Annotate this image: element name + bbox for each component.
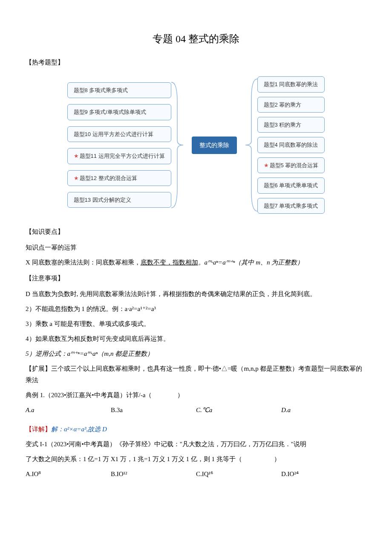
note-1: D 当底数为负数时, 先用同底数幂乘法法则计算，再根据指数的奇偶来确定结果的正负… bbox=[26, 288, 366, 300]
hot-types-label: 【热考题型】 bbox=[26, 57, 366, 68]
extend-label: 【扩展】 bbox=[26, 365, 51, 372]
page-title: 专题 04 整式的乘除 bbox=[26, 30, 366, 48]
opt-d: D.a bbox=[281, 404, 366, 416]
diagram-node: 题型10 运用平方差公式进行计算 bbox=[67, 126, 171, 142]
bracket-left bbox=[171, 73, 183, 218]
example1-stem: 典例 1.（2023•浙江嘉兴•中考真题）计算/-a（ ） bbox=[26, 389, 366, 401]
bracket-right bbox=[245, 73, 257, 218]
diagram-node-label: 题型1 同底数幂的乘法 bbox=[264, 81, 318, 87]
diagram-node: 题型3 积的乘方 bbox=[257, 117, 325, 133]
extend-block: 【扩展】三个或三个以上同底数幂相乘时，也具有这一性质，即十·德•△=暖（m,n,… bbox=[26, 363, 366, 386]
note-3: 3）乘数 a 可能是有理数、单项式或多项式。 bbox=[26, 318, 366, 330]
diagram-node: 题型1 同底数幂的乘法 bbox=[257, 76, 325, 92]
note-5: 5）逆用公式：aᵐ⁺ⁿ=aᵐ·aⁿ（m,n 都是正整数） bbox=[26, 348, 366, 360]
key-points-label: 【知识要点】 bbox=[26, 226, 366, 238]
rule1-pre: X 同底数塞的乘法法则：同底数幂相乘， bbox=[26, 259, 141, 266]
diagram-node-label: 题型8 多项式乘多项式 bbox=[74, 87, 128, 93]
star-icon: ★ bbox=[74, 153, 79, 159]
detail-line: 【详解】解：α²×α=a³,故选 D bbox=[26, 424, 366, 435]
example2-stem-b: 了大数之间的关系：1 亿=1 万 X1 万，1 兆=1 万义 1 万义 1 亿，… bbox=[26, 453, 366, 465]
diagram-node: 题型8 多项式乘多项式 bbox=[67, 82, 171, 98]
note-2: 2）不能疏忽指数为 1 的情况。例：a·a²=a¹⁺²=a³ bbox=[26, 303, 366, 315]
opt-a: A.a bbox=[26, 404, 111, 416]
rule1-u1: 底数不变， bbox=[141, 259, 173, 266]
note-4: 4）如果底数互为相反数时可先变成同底后再运算。 bbox=[26, 333, 366, 345]
diagram-node: 题型4 同底数幂的除法 bbox=[257, 137, 325, 153]
mindmap-diagram: 题型8 多项式乘多项式题型9 多项式/单项式除单项式题型10 运用平方差公式进行… bbox=[26, 73, 366, 218]
rule-1: X 同底数塞的乘法法则：同底数幂相乘，底数不变，指数相加。aᵐ·aⁿ=aᵐ⁺ⁿ（… bbox=[26, 257, 366, 268]
diagram-node-label: 题型12 整式的混合运算 bbox=[80, 175, 137, 181]
example1-options: A.a B.3a C.℃a D.a bbox=[26, 404, 366, 416]
center-node: 整式的乘除 bbox=[192, 137, 237, 154]
opt2-d: D.IO²⁴ bbox=[281, 468, 366, 480]
detail-label: 【详解】 bbox=[26, 426, 51, 433]
diagram-node-label: 题型9 多项式/单项式除单项式 bbox=[74, 109, 146, 115]
knowledge-point-title: 知识点一幂的运算 bbox=[26, 242, 366, 253]
diagram-node: ★题型5 幂的混合运算 bbox=[257, 157, 325, 173]
diagram-node: 题型7 单项式乘多项式 bbox=[257, 198, 325, 214]
diagram-node-label: 题型11 运用完全平方公式进行计算 bbox=[80, 153, 165, 159]
diagram-node: 题型6 单项式乘单项式 bbox=[257, 177, 325, 193]
diagram-node-label: 题型6 单项式乘单项式 bbox=[264, 182, 318, 189]
diagram-node-label: 题型3 积的乘方 bbox=[264, 122, 302, 128]
opt2-c: C.IQ¹⁶ bbox=[196, 468, 281, 480]
diagram-node-label: 题型7 单项式乘多项式 bbox=[264, 203, 318, 209]
diagram-node-label: 题型5 幂的混合运算 bbox=[270, 162, 319, 169]
star-icon: ★ bbox=[264, 162, 269, 169]
diagram-node: ★题型12 整式的混合运算 bbox=[67, 170, 171, 186]
example2-stem-a: 变式 I-1（2023•河南•中考真题）《孙子算经》中记载："凡大数之法，万万曰… bbox=[26, 439, 366, 450]
opt2-a: A.IO⁸ bbox=[26, 468, 111, 480]
diagram-node-label: 题型4 同底数幂的除法 bbox=[264, 142, 318, 148]
opt-b: B.3a bbox=[111, 404, 196, 416]
rule1-post: 。aᵐ·aⁿ=aᵐ⁺ⁿ（其中 m、n 为正整数） bbox=[198, 259, 304, 266]
opt-c: C.℃a bbox=[196, 404, 281, 416]
star-icon: ★ bbox=[74, 175, 79, 181]
diagram-node: 题型13 因式分解的定义 bbox=[67, 192, 171, 208]
diagram-node: ★题型11 运用完全平方公式进行计算 bbox=[67, 148, 171, 164]
diagram-node-label: 题型13 因式分解的定义 bbox=[74, 197, 131, 203]
extend-text: 三个或三个以上同底数幂相乘时，也具有这一性质，即十·德•△=暖（m,n,p 都是… bbox=[26, 365, 362, 384]
opt2-b: B.IO¹² bbox=[111, 468, 196, 480]
diagram-node: 题型2 幂的乘方 bbox=[257, 97, 325, 113]
example2-options: A.IO⁸ B.IO¹² C.IQ¹⁶ D.IO²⁴ bbox=[26, 468, 366, 480]
detail-text: 解：α²×α=a³,故选 D bbox=[51, 426, 107, 433]
diagram-node-label: 题型10 运用平方差公式进行计算 bbox=[74, 131, 153, 137]
rule1-u2: 指数相加 bbox=[173, 259, 198, 266]
diagram-node-label: 题型2 幂的乘方 bbox=[264, 102, 302, 108]
diagram-node: 题型9 多项式/单项式除单项式 bbox=[67, 104, 171, 120]
notes-label: 【注意事项】 bbox=[26, 273, 366, 284]
